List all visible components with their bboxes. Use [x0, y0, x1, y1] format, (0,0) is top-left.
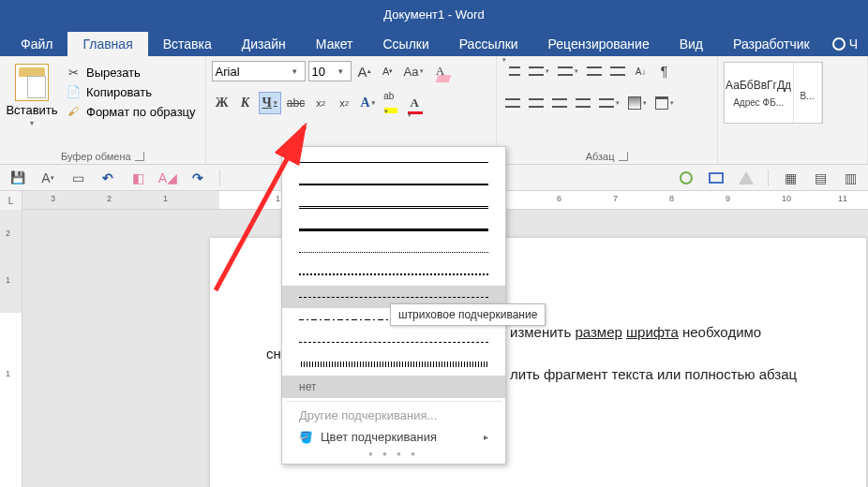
cut-button[interactable]: Вырезать: [62, 64, 200, 81]
increase-indent-button[interactable]: [607, 60, 628, 82]
qat-eraser2[interactable]: A◢: [159, 170, 176, 186]
font-name-value: Arial: [216, 65, 240, 79]
justify-button[interactable]: [573, 92, 593, 114]
multilevel-list-button[interactable]: [555, 60, 581, 82]
qat-shape-rect[interactable]: [708, 170, 725, 186]
ruler-num: 8: [669, 194, 674, 203]
paste-label: Вставить: [6, 103, 57, 117]
change-case-button[interactable]: Aa: [401, 60, 427, 82]
qat-undo[interactable]: [99, 170, 116, 186]
qat-misc-2[interactable]: ▤: [812, 170, 829, 186]
qat-redo[interactable]: [189, 170, 206, 186]
clear-formatting-button[interactable]: [429, 60, 450, 82]
tab-home[interactable]: Главная: [67, 32, 147, 56]
tooltip: штриховое подчеркивание: [390, 303, 546, 326]
underline-more[interactable]: Другие подчеркивания...: [282, 405, 505, 426]
bulb-icon: [832, 37, 846, 51]
ruler-num: 6: [557, 194, 561, 203]
qat-shape-tri[interactable]: [738, 170, 755, 186]
qat-separator-2: [768, 170, 769, 186]
underline-style-single[interactable]: [282, 151, 505, 173]
tab-insert[interactable]: Вставка: [148, 32, 227, 56]
tell-me-partial: Ч: [849, 37, 858, 52]
qat-eraser[interactable]: [129, 170, 146, 186]
font-name-combo[interactable]: Arial ▾: [212, 61, 306, 81]
align-left-button[interactable]: [502, 92, 523, 114]
italic-button[interactable]: К: [235, 92, 256, 114]
qat-misc-1[interactable]: ▦: [782, 170, 799, 186]
underline-style-thick[interactable]: [282, 173, 505, 196]
font-color-button[interactable]: [404, 92, 425, 114]
font-size-combo[interactable]: 10 ▾: [308, 61, 352, 81]
text-effects-button[interactable]: A: [357, 92, 378, 114]
qat-misc-3[interactable]: ▥: [842, 170, 859, 186]
underline-style-heavy[interactable]: [282, 218, 505, 241]
tab-mailings[interactable]: Рассылки: [444, 32, 533, 56]
paragraph-dialog-launcher[interactable]: [619, 152, 628, 161]
style-item-1[interactable]: АаБбВвГгДд Адрес ФБ...: [725, 63, 794, 123]
tab-selector[interactable]: L: [0, 191, 22, 210]
copy-button[interactable]: Копировать: [62, 83, 200, 100]
tab-design[interactable]: Дизайн: [227, 32, 301, 56]
paragraph-group-label: Абзац: [586, 151, 615, 162]
style-name-1: Адрес ФБ...: [733, 97, 784, 108]
copy-icon: [66, 84, 81, 99]
tab-file[interactable]: Файл: [6, 32, 67, 56]
align-center-button[interactable]: [526, 92, 546, 114]
tab-references[interactable]: Ссылки: [367, 32, 443, 56]
shading-button[interactable]: [625, 92, 650, 114]
underline-style-dotted[interactable]: [282, 241, 505, 263]
window-title: Документ1 - Word: [383, 7, 484, 22]
copy-label: Копировать: [86, 85, 152, 99]
superscript-button[interactable]: x2: [334, 92, 354, 114]
dropdown-grip[interactable]: ● ● ● ●: [282, 448, 505, 460]
format-painter-button[interactable]: Формат по образцу: [62, 103, 200, 120]
bucket-icon: [299, 430, 313, 444]
vertical-ruler[interactable]: 2 1 1: [0, 210, 22, 487]
grow-font-button[interactable]: A: [354, 60, 375, 82]
strikethrough-button[interactable]: abc: [284, 92, 307, 114]
paste-button[interactable]: Вставить ▾: [6, 60, 58, 149]
vruler-num: 1: [6, 275, 10, 285]
numbering-button[interactable]: [526, 60, 552, 82]
clipboard-group-label: Буфер обмена: [61, 151, 131, 162]
show-marks-button[interactable]: [654, 60, 675, 82]
decrease-indent-button[interactable]: [584, 60, 605, 82]
vruler-num: 2: [6, 229, 10, 238]
clipboard-dialog-launcher[interactable]: [135, 152, 144, 161]
styles-gallery[interactable]: АаБбВвГгДд Адрес ФБ... В...: [724, 62, 823, 124]
underline-style-double[interactable]: [282, 196, 505, 218]
tab-review[interactable]: Рецензирование: [533, 32, 665, 56]
underline-style-none[interactable]: нет: [282, 376, 505, 398]
font-size-value: 10: [312, 65, 325, 79]
qat-shape-circle[interactable]: [678, 170, 695, 186]
tab-developer[interactable]: Разработчик: [718, 32, 825, 56]
align-right-button[interactable]: [549, 92, 570, 114]
scissors-icon: [66, 65, 81, 80]
underline-button[interactable]: Ч: [259, 92, 281, 114]
underline-style-wave[interactable]: [282, 353, 505, 376]
qat-styles[interactable]: A▾: [39, 170, 56, 186]
subscript-button[interactable]: x2: [310, 92, 331, 114]
tab-layout[interactable]: Макет: [301, 32, 368, 56]
qat-new[interactable]: ▭: [69, 170, 86, 186]
highlight-button[interactable]: [381, 92, 401, 114]
bold-button[interactable]: Ж: [212, 92, 232, 114]
title-bar: Документ1 - Word: [0, 0, 868, 28]
line-spacing-button[interactable]: [596, 92, 622, 114]
paste-icon: [15, 64, 49, 101]
underline-color[interactable]: Цвет подчеркивания ▸: [282, 426, 505, 448]
borders-button[interactable]: [652, 92, 677, 114]
shrink-font-button[interactable]: A: [378, 60, 398, 82]
underline-style-dotted-heavy[interactable]: [282, 263, 505, 286]
tell-me[interactable]: Ч: [825, 32, 865, 56]
qat-save[interactable]: [9, 170, 26, 186]
ruler-num: 7: [613, 194, 618, 203]
ruler-num: 1: [163, 194, 168, 203]
underline-style-dash-dot-dot[interactable]: [282, 331, 505, 353]
vruler-num: 1: [6, 369, 10, 378]
sort-button[interactable]: [631, 60, 651, 82]
tab-view[interactable]: Вид: [665, 32, 718, 56]
style-item-2[interactable]: В...: [794, 63, 822, 123]
bullets-button[interactable]: [502, 60, 523, 82]
